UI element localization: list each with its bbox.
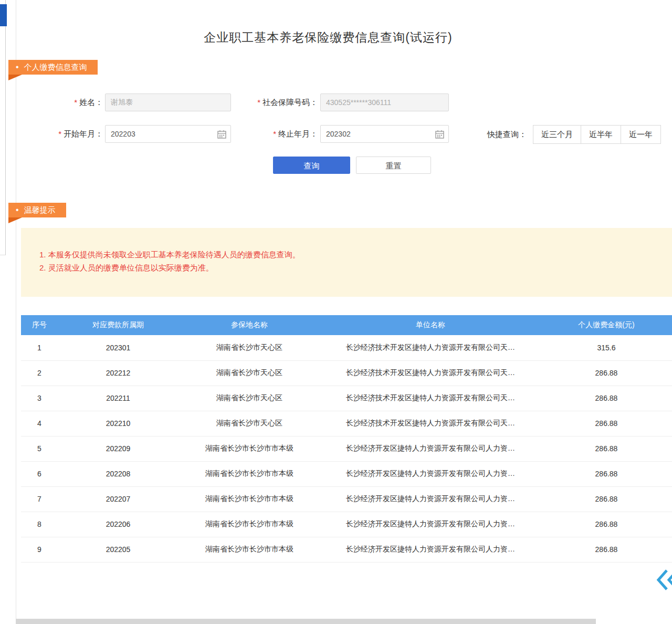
table-cell: 长沙经济开发区捷特人力资源开发有限公司人力资… xyxy=(320,486,541,512)
table-cell: 1 xyxy=(21,335,58,360)
table-cell: 长沙经济技术开发区捷特人力资源开发有限公司天… xyxy=(320,386,541,411)
ribbon-fold xyxy=(8,217,22,223)
table-cell: 286.88 xyxy=(541,461,672,486)
collapse-chevron-icon[interactable] xyxy=(656,568,672,591)
col-header-index: 序号 xyxy=(21,315,58,335)
table-cell: 湖南省长沙市长沙市市本级 xyxy=(178,436,320,461)
table-body: 1202301湖南省长沙市天心区长沙经济技术开发区捷特人力资源开发有限公司天…3… xyxy=(21,335,672,562)
table-cell: 202301 xyxy=(58,335,178,360)
results-table: 序号 对应费款所属期 参保地名称 单位名称 个人缴费金额(元) 1202301湖… xyxy=(21,315,672,563)
table-cell: 315.6 xyxy=(541,335,672,360)
table-cell: 8 xyxy=(21,512,58,537)
table-cell: 7 xyxy=(21,486,58,512)
table-cell: 2 xyxy=(21,360,58,386)
table-cell: 9 xyxy=(21,537,58,562)
notice-box: 1. 本服务仅提供尚未领取企业职工基本养老保险待遇人员的缴费信息查询。 2. 灵… xyxy=(21,228,672,297)
table-cell: 湖南省长沙市长沙市市本级 xyxy=(178,461,320,486)
required-icon: * xyxy=(273,129,276,138)
section-badge-query: • 个人缴费信息查询 xyxy=(8,60,98,75)
table-cell: 3 xyxy=(21,386,58,411)
notice-line-1: 1. 本服务仅提供尚未领取企业职工基本养老保险待遇人员的缴费信息查询。 xyxy=(39,248,672,261)
table-cell: 长沙经济技术开发区捷特人力资源开发有限公司天… xyxy=(320,335,541,360)
table-cell: 湖南省长沙市长沙市市本级 xyxy=(178,486,320,512)
table-cell: 286.88 xyxy=(541,360,672,386)
table-cell: 202206 xyxy=(58,512,178,537)
col-header-employer: 单位名称 xyxy=(320,315,541,335)
name-field[interactable] xyxy=(105,93,231,111)
required-icon: * xyxy=(58,129,61,138)
table-cell: 286.88 xyxy=(541,436,672,461)
ssn-field[interactable] xyxy=(320,93,449,111)
required-icon: * xyxy=(74,98,77,107)
table-cell: 湖南省长沙市天心区 xyxy=(178,386,320,411)
ribbon-fold xyxy=(8,75,22,80)
table-row: 1202301湖南省长沙市天心区长沙经济技术开发区捷特人力资源开发有限公司天…3… xyxy=(21,335,672,360)
table-cell: 286.88 xyxy=(541,411,672,436)
table-cell: 202207 xyxy=(58,486,178,512)
bullet-icon: • xyxy=(16,60,19,75)
table-row: 3202211湖南省长沙市天心区长沙经济技术开发区捷特人力资源开发有限公司天…2… xyxy=(21,386,672,411)
section-badge-query-label: 个人缴费信息查询 xyxy=(24,60,87,75)
col-header-region: 参保地名称 xyxy=(178,315,320,335)
table-row: 2202212湖南省长沙市天心区长沙经济技术开发区捷特人力资源开发有限公司天…2… xyxy=(21,360,672,386)
calendar-icon[interactable] xyxy=(435,130,444,139)
required-icon: * xyxy=(257,98,260,107)
quick-query-group: 近三个月 近半年 近一年 xyxy=(533,125,661,144)
sidebar-blue-tab[interactable] xyxy=(0,4,7,26)
table-row: 8202206湖南省长沙市长沙市市本级长沙经济开发区捷特人力资源开发有限公司人力… xyxy=(21,512,672,537)
name-label: *姓名： xyxy=(32,93,103,111)
table-cell: 202211 xyxy=(58,386,178,411)
start-date-field[interactable] xyxy=(105,125,231,143)
table-cell: 湖南省长沙市长沙市市本级 xyxy=(178,537,320,562)
table-cell: 长沙经济技术开发区捷特人力资源开发有限公司天… xyxy=(320,360,541,386)
table-cell: 202208 xyxy=(58,461,178,486)
table-cell: 202210 xyxy=(58,411,178,436)
table-cell: 5 xyxy=(21,436,58,461)
table-cell: 湖南省长沙市天心区 xyxy=(178,411,320,436)
quick-btn-halfyear[interactable]: 近半年 xyxy=(581,125,621,144)
table-cell: 286.88 xyxy=(541,512,672,537)
quick-query-label: 快捷查询： xyxy=(487,125,527,144)
table-row: 7202207湖南省长沙市长沙市市本级长沙经济开发区捷特人力资源开发有限公司人力… xyxy=(21,486,672,512)
table-cell: 湖南省长沙市天心区 xyxy=(178,335,320,360)
page: 企业职工基本养老保险缴费信息查询(试运行) • 个人缴费信息查询 *姓名： *社… xyxy=(0,0,672,624)
table-row: 6202208湖南省长沙市长沙市市本级长沙经济开发区捷特人力资源开发有限公司人力… xyxy=(21,461,672,486)
ssn-label: *社会保障号码： xyxy=(231,93,318,111)
quick-btn-1year[interactable]: 近一年 xyxy=(621,125,661,144)
table-cell: 286.88 xyxy=(541,486,672,512)
page-title: 企业职工基本养老保险缴费信息查询(试运行) xyxy=(0,29,656,46)
table-cell: 202209 xyxy=(58,436,178,461)
end-date-label: *终止年月： xyxy=(247,125,318,143)
table-cell: 202205 xyxy=(58,537,178,562)
quick-btn-3months[interactable]: 近三个月 xyxy=(533,125,581,144)
table-cell: 286.88 xyxy=(541,537,672,562)
table-cell: 202212 xyxy=(58,360,178,386)
table-cell: 湖南省长沙市天心区 xyxy=(178,360,320,386)
table-cell: 长沙经济开发区捷特人力资源开发有限公司人力资… xyxy=(320,537,541,562)
table-cell: 长沙经济开发区捷特人力资源开发有限公司人力资… xyxy=(320,512,541,537)
table-cell: 长沙经济开发区捷特人力资源开发有限公司人力资… xyxy=(320,461,541,486)
table-cell: 长沙经济技术开发区捷特人力资源开发有限公司天… xyxy=(320,411,541,436)
section-badge-tips-label: 温馨提示 xyxy=(24,203,56,217)
table-row: 9202205湖南省长沙市长沙市市本级长沙经济开发区捷特人力资源开发有限公司人力… xyxy=(21,537,672,562)
table-row: 5202209湖南省长沙市长沙市市本级长沙经济开发区捷特人力资源开发有限公司人力… xyxy=(21,436,672,461)
notice-line-2: 2. 灵活就业人员的缴费单位信息以实际缴费为准。 xyxy=(39,261,672,274)
query-button[interactable]: 查询 xyxy=(273,157,350,174)
col-header-amount: 个人缴费金额(元) xyxy=(541,315,672,335)
col-header-period: 对应费款所属期 xyxy=(58,315,178,335)
start-date-label: *开始年月： xyxy=(32,125,103,143)
calendar-icon[interactable] xyxy=(217,130,226,139)
table-cell: 6 xyxy=(21,461,58,486)
table-header-row: 序号 对应费款所属期 参保地名称 单位名称 个人缴费金额(元) xyxy=(21,315,672,335)
table-cell: 4 xyxy=(21,411,58,436)
table-row: 4202210湖南省长沙市天心区长沙经济技术开发区捷特人力资源开发有限公司天…2… xyxy=(21,411,672,436)
section-badge-tips: • 温馨提示 xyxy=(8,203,66,217)
bullet-icon: • xyxy=(16,203,19,217)
table-cell: 286.88 xyxy=(541,386,672,411)
table-cell: 湖南省长沙市长沙市市本级 xyxy=(178,512,320,537)
bottom-scroll-edge xyxy=(16,619,596,624)
reset-button[interactable]: 重置 xyxy=(356,157,431,174)
table-cell: 长沙经济开发区捷特人力资源开发有限公司人力资… xyxy=(320,436,541,461)
end-date-field[interactable] xyxy=(320,125,449,143)
